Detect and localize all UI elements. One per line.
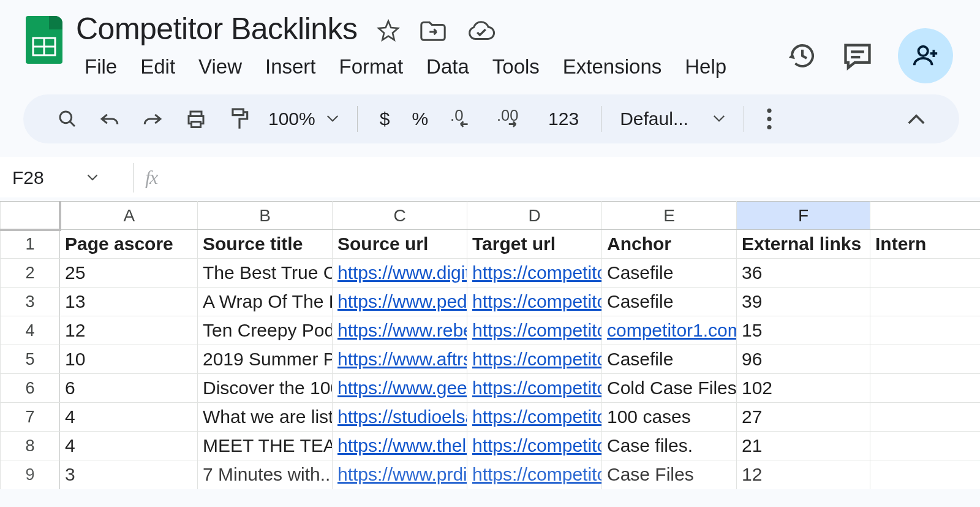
cell[interactable]: Ten Creepy Podc xyxy=(198,316,333,345)
cell[interactable]: https://studioelsa xyxy=(333,403,467,432)
cell[interactable] xyxy=(870,403,981,432)
col-header-D[interactable]: D xyxy=(467,202,602,230)
decrease-decimal-button[interactable]: .0 xyxy=(440,104,484,134)
cell[interactable]: 27 xyxy=(737,403,870,432)
row-header[interactable]: 1 xyxy=(1,230,60,259)
increase-decimal-button[interactable]: .00 xyxy=(487,104,536,134)
menu-help[interactable]: Help xyxy=(676,53,735,81)
cell[interactable]: Anchor xyxy=(602,230,737,259)
menu-tools[interactable]: Tools xyxy=(484,53,548,81)
cell[interactable]: https://competito xyxy=(467,460,602,489)
paint-format-icon[interactable] xyxy=(219,104,260,134)
cell[interactable]: https://www.pede xyxy=(333,288,467,316)
cell[interactable]: 21 xyxy=(737,432,870,460)
move-icon[interactable] xyxy=(419,18,447,43)
cell[interactable]: https://www.digita xyxy=(333,259,467,288)
cell[interactable] xyxy=(870,316,981,345)
undo-icon[interactable] xyxy=(89,104,130,134)
number-format-button[interactable]: 123 xyxy=(538,104,589,134)
cell[interactable]: 10 xyxy=(60,345,198,374)
cell[interactable]: https://www.geek xyxy=(333,374,467,403)
cell[interactable]: Discover the 100 xyxy=(198,374,333,403)
cell[interactable]: competitor1.com xyxy=(602,316,737,345)
menu-data[interactable]: Data xyxy=(418,53,478,81)
col-header-B[interactable]: B xyxy=(198,202,333,230)
select-all-corner[interactable] xyxy=(1,202,60,230)
row-header[interactable]: 3 xyxy=(1,288,60,316)
cell[interactable]: https://www.aftrs. xyxy=(333,345,467,374)
cell[interactable]: 2019 Summer Pl xyxy=(198,345,333,374)
cell[interactable] xyxy=(870,288,981,316)
cell[interactable]: What we are liste xyxy=(198,403,333,432)
cell[interactable]: https://www.rebel xyxy=(333,316,467,345)
cell[interactable]: Casefile xyxy=(602,345,737,374)
cell[interactable]: Casefile xyxy=(602,259,737,288)
menu-file[interactable]: File xyxy=(76,53,126,81)
cell[interactable]: 4 xyxy=(60,403,198,432)
cell[interactable]: Page ascore xyxy=(60,230,198,259)
doc-title[interactable]: Competitor Backlinks xyxy=(76,11,358,47)
share-button[interactable] xyxy=(898,28,953,83)
row-header[interactable]: 9 xyxy=(1,460,60,489)
cell[interactable]: https://competito xyxy=(467,345,602,374)
col-header-E[interactable]: E xyxy=(602,202,737,230)
cell[interactable]: 3 xyxy=(60,460,198,489)
col-header-G[interactable] xyxy=(870,202,981,230)
menu-format[interactable]: Format xyxy=(331,53,412,81)
cell[interactable]: 7 Minutes with... xyxy=(198,460,333,489)
cell[interactable]: 6 xyxy=(60,374,198,403)
row-header[interactable]: 4 xyxy=(1,316,60,345)
cell[interactable]: Casefile xyxy=(602,288,737,316)
cell[interactable]: The Best True Cr xyxy=(198,259,333,288)
search-menus-icon[interactable] xyxy=(48,104,87,134)
history-icon[interactable] xyxy=(788,41,817,71)
col-header-F[interactable]: F xyxy=(737,202,870,230)
cell[interactable]: https://competito xyxy=(467,288,602,316)
cell[interactable] xyxy=(870,432,981,460)
redo-icon[interactable] xyxy=(132,104,173,134)
print-icon[interactable] xyxy=(175,104,217,134)
menu-extensions[interactable]: Extensions xyxy=(554,53,670,81)
cell[interactable] xyxy=(870,374,981,403)
cell[interactable]: 12 xyxy=(737,460,870,489)
name-box[interactable]: F28 xyxy=(12,167,134,188)
cell[interactable]: Case Files xyxy=(602,460,737,489)
row-header[interactable]: 6 xyxy=(1,374,60,403)
cell[interactable]: 102 xyxy=(737,374,870,403)
cell[interactable]: 4 xyxy=(60,432,198,460)
row-header[interactable]: 2 xyxy=(1,259,60,288)
cell[interactable]: Source url xyxy=(333,230,467,259)
cell[interactable]: A Wrap Of The B xyxy=(198,288,333,316)
collapse-toolbar-icon[interactable] xyxy=(898,104,935,134)
row-header[interactable]: 7 xyxy=(1,403,60,432)
col-header-C[interactable]: C xyxy=(333,202,467,230)
star-icon[interactable] xyxy=(376,18,401,43)
cell[interactable] xyxy=(870,460,981,489)
font-family-select[interactable]: Defaul... xyxy=(614,109,731,129)
zoom-select[interactable]: 100% xyxy=(262,109,345,129)
cell[interactable]: Source title xyxy=(198,230,333,259)
row-header[interactable]: 5 xyxy=(1,345,60,374)
currency-button[interactable]: $ xyxy=(370,104,400,134)
cell[interactable] xyxy=(870,345,981,374)
cell[interactable]: External links xyxy=(737,230,870,259)
cell[interactable]: https://competito xyxy=(467,374,602,403)
menu-view[interactable]: View xyxy=(190,53,251,81)
cell[interactable]: https://www.prdis xyxy=(333,460,467,489)
cell[interactable]: 96 xyxy=(737,345,870,374)
row-header[interactable]: 8 xyxy=(1,432,60,460)
more-toolbar-icon[interactable] xyxy=(756,104,782,134)
menu-insert[interactable]: Insert xyxy=(257,53,325,81)
cell[interactable]: MEET THE TEAM xyxy=(198,432,333,460)
cell[interactable]: Case files. xyxy=(602,432,737,460)
cell[interactable]: https://www.thelif xyxy=(333,432,467,460)
cell[interactable]: 12 xyxy=(60,316,198,345)
cell[interactable]: Target url xyxy=(467,230,602,259)
cell[interactable]: 25 xyxy=(60,259,198,288)
comments-icon[interactable] xyxy=(842,41,873,71)
cell[interactable]: https://competito xyxy=(467,259,602,288)
cell[interactable]: 36 xyxy=(737,259,870,288)
cell[interactable]: 39 xyxy=(737,288,870,316)
col-header-A[interactable]: A xyxy=(60,202,198,230)
cell[interactable]: Cold Case Files xyxy=(602,374,737,403)
